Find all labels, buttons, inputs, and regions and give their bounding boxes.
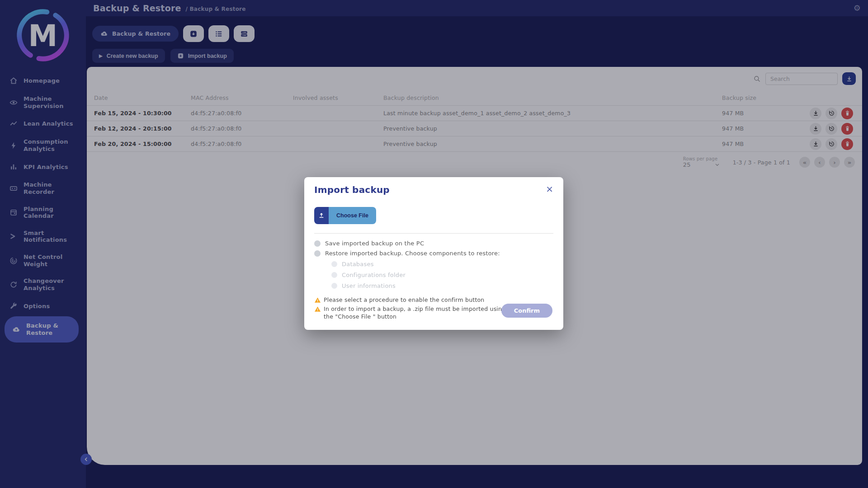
restore-components: Databases Configurations folder User inf… [331,261,553,289]
radio-icon [314,250,321,257]
option-label: User informations [342,282,396,289]
option-user-informations[interactable]: User informations [331,282,553,289]
warning-select-procedure: Please select a procedure to enable the … [314,296,509,304]
choose-file-button[interactable]: Choose File [314,207,376,224]
import-backup-modal: Import backup × Choose File Save importe… [304,177,563,330]
option-save-backup[interactable]: Save imported backup on the PC [314,240,553,247]
option-label: Restore imported backup. Choose componen… [325,250,500,257]
radio-icon [331,261,337,267]
radio-icon [331,272,337,278]
warning-zip-file: In order to import a backup, a .zip file… [314,305,509,321]
warning-text: In order to import a backup, a .zip file… [324,305,509,321]
modal-title: Import backup [314,184,390,195]
warning-icon [314,306,321,313]
choose-file-label: Choose File [329,207,376,224]
import-options: Save imported backup on the PC Restore i… [314,240,553,289]
confirm-button[interactable]: Confirm [501,304,552,318]
option-label: Databases [342,261,374,267]
warning-text: Please select a procedure to enable the … [324,296,484,304]
radio-icon [331,283,337,289]
upload-icon [314,207,329,224]
divider [314,233,553,234]
option-restore-backup[interactable]: Restore imported backup. Choose componen… [314,250,553,257]
option-databases[interactable]: Databases [331,261,553,267]
option-label: Save imported backup on the PC [325,240,424,247]
option-label: Configurations folder [342,272,406,278]
modal-warnings: Please select a procedure to enable the … [314,296,509,321]
radio-icon [314,240,321,247]
close-icon[interactable]: × [546,184,553,193]
option-configurations-folder[interactable]: Configurations folder [331,272,553,278]
warning-icon [314,297,321,304]
